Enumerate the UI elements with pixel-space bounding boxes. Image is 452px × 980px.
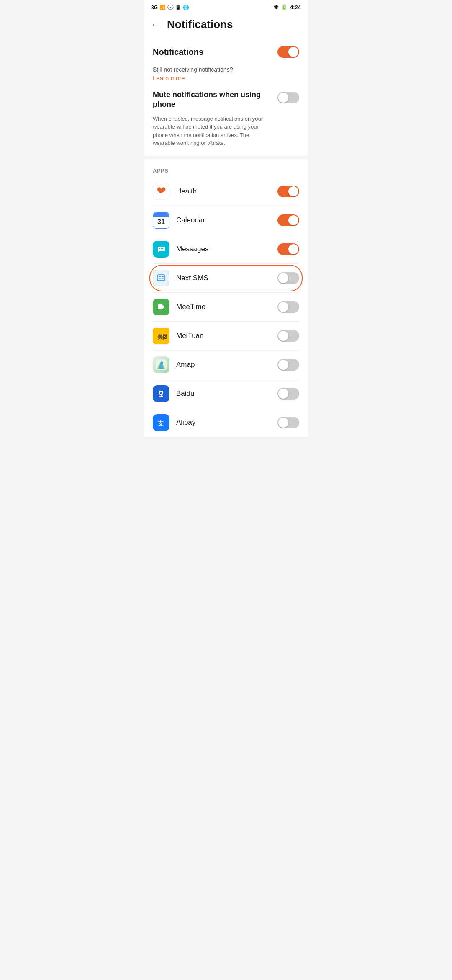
calendar-toggle-knob (288, 215, 298, 225)
status-bar: 3G 📶 💬 📱 🌐 ✱ 🔋 4:24 (144, 0, 308, 13)
back-button[interactable]: ← (151, 19, 160, 30)
alipay-toggle[interactable] (277, 417, 299, 428)
nextsms-toggle-knob (278, 273, 288, 283)
svg-rect-6 (159, 276, 161, 277)
meetime-app-icon (153, 299, 170, 315)
wifi-icon: 📶 (159, 5, 166, 10)
nextsms-app-name: Next SMS (176, 274, 277, 282)
apps-section-label: APPS (153, 168, 299, 174)
mute-description: When enabled, message notifications on y… (153, 115, 274, 147)
svg-rect-9 (162, 278, 164, 279)
alipay-app-icon: 支 (153, 414, 170, 431)
mute-toggle-knob (278, 93, 288, 103)
health-toggle[interactable] (277, 186, 299, 197)
amap-app-icon (153, 356, 170, 373)
page-header: ← Notifications (144, 13, 308, 38)
calendar-toggle[interactable] (277, 214, 299, 226)
meituan-toggle[interactable] (277, 330, 299, 342)
messages-toggle[interactable] (277, 243, 299, 255)
nextsms-toggle[interactable] (277, 272, 299, 284)
baidu-toggle[interactable] (277, 388, 299, 400)
app-item-calendar: 31 Calendar (153, 206, 299, 235)
meetime-app-name: MeeTime (176, 303, 277, 311)
mute-title: Mute notifications when using phone (153, 90, 274, 110)
clock: 4:24 (290, 4, 301, 10)
notifications-label: Notifications (153, 47, 203, 57)
calendar-app-name: Calendar (176, 216, 277, 224)
meetime-toggle[interactable] (277, 301, 299, 313)
amap-app-name: Amap (176, 361, 277, 369)
page-title: Notifications (167, 18, 233, 31)
meetime-toggle-knob (278, 302, 288, 312)
notifications-toggle-row: Notifications (153, 46, 299, 58)
svg-rect-8 (159, 278, 161, 279)
svg-point-1 (159, 248, 160, 249)
health-app-name: Health (176, 187, 277, 196)
messages-toggle-knob (288, 244, 298, 254)
baidu-app-name: Baidu (176, 389, 277, 398)
notifications-section: Notifications Still not receiving notifi… (144, 38, 308, 156)
alipay-app-name: Alipay (176, 418, 277, 427)
health-toggle-knob (288, 186, 298, 196)
mute-toggle[interactable] (277, 92, 299, 103)
svg-text:支: 支 (157, 420, 164, 427)
messages-app-name: Messages (176, 245, 277, 253)
baidu-app-icon (153, 385, 170, 402)
svg-point-3 (162, 248, 163, 249)
svg-point-17 (159, 391, 160, 392)
app-item-baidu: Baidu (153, 379, 299, 408)
toggle-knob (288, 47, 298, 57)
alipay-toggle-knob (278, 418, 288, 428)
apps-section: APPS Health 31 Calendar (144, 159, 308, 437)
calendar-app-icon: 31 (153, 212, 170, 229)
svg-point-2 (161, 248, 162, 249)
signal-icon: 3G (151, 5, 158, 10)
app-item-meetime: MeeTime (153, 293, 299, 322)
health-app-icon (153, 183, 170, 200)
learn-more-link[interactable]: Learn more (153, 75, 185, 82)
mute-row: Mute notifications when using phone When… (153, 90, 299, 147)
app-item-amap: Amap (153, 351, 299, 379)
meituan-app-name: MeiTuan (176, 332, 277, 340)
status-right: ✱ 🔋 4:24 (274, 4, 301, 10)
baidu-toggle-knob (278, 389, 288, 399)
messages-app-icon (153, 241, 170, 258)
notifications-toggle[interactable] (277, 46, 299, 58)
meituan-toggle-knob (278, 331, 288, 341)
svg-rect-15 (156, 388, 167, 399)
svg-point-18 (162, 391, 163, 392)
app-icons: 💬 📱 🌐 (167, 5, 189, 10)
app-item-nextsms: Next SMS (153, 264, 299, 293)
not-receiving-text: Still not receiving notifications? (153, 66, 299, 73)
nextsms-app-icon (153, 270, 170, 286)
battery-icon: 🔋 (281, 4, 288, 10)
bluetooth-icon: ✱ (274, 4, 278, 10)
app-item-health: Health (153, 177, 299, 206)
mute-text-block: Mute notifications when using phone When… (153, 90, 274, 147)
app-item-meituan: 美团 MeiTuan (153, 322, 299, 351)
status-left: 3G 📶 💬 📱 🌐 (151, 5, 189, 10)
app-item-alipay: 支 Alipay (153, 408, 299, 437)
svg-point-14 (162, 362, 163, 364)
amap-toggle-knob (278, 360, 288, 370)
svg-text:美团: 美团 (157, 334, 167, 340)
meituan-app-icon: 美团 (153, 328, 170, 344)
app-item-messages: Messages (153, 235, 299, 264)
svg-rect-7 (162, 276, 164, 277)
amap-toggle[interactable] (277, 359, 299, 371)
